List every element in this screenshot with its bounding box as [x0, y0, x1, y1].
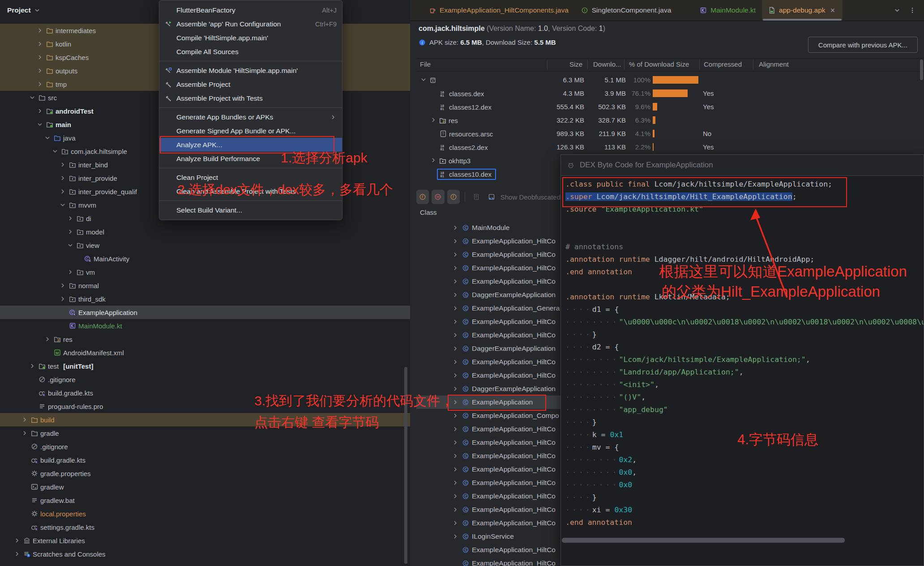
class-item-exampleapplication-hiltco[interactable]: CExampleApplication_HiltCo [416, 503, 560, 516]
show-deobfuscated-label[interactable]: Show Deobfuscated [500, 193, 560, 201]
tab-list-dropdown-icon[interactable] [894, 7, 901, 14]
table-row-item[interactable]: 6.3 MB5.1 MB100% [416, 73, 924, 87]
tree-item-gradle-properties[interactable]: gradle.properties [0, 467, 410, 480]
table-row-classes-dex[interactable]: 1001classes.dex4.3 MB3.9 MB76.1%Yes [416, 87, 924, 100]
dex-popup-hscrollbar[interactable] [562, 538, 845, 543]
chevron-down-icon[interactable] [420, 76, 427, 85]
chevron-right-icon[interactable] [451, 318, 459, 325]
chevron-right-icon[interactable] [451, 426, 459, 433]
tab-singletoncomponent-java[interactable]: ISingletonComponent.java [575, 0, 678, 21]
class-item-exampleapplication-compo[interactable]: CExampleApplication_Compo [416, 409, 560, 422]
class-item-exampleapplication-hiltco[interactable]: CExampleApplication_HiltCo [416, 489, 560, 503]
chevron-right-icon[interactable] [451, 332, 459, 339]
chevron-right-icon[interactable] [13, 537, 21, 544]
class-item-exampleapplication-hiltco[interactable]: CExampleApplication_HiltCo [416, 355, 560, 369]
class-item-mainmodule[interactable]: CMainModule [416, 221, 560, 234]
chevron-down-icon[interactable] [51, 148, 59, 155]
column-header-file[interactable]: File [420, 60, 431, 68]
chevron-right-icon[interactable] [66, 215, 74, 222]
menu-item-flutterbeanfactory[interactable]: FlutterBeanFactoryAlt+J [159, 3, 342, 17]
tree-item-mainactivity[interactable]: CMainActivity [0, 252, 410, 265]
menu-item-compile-hiltsimple-app-main[interactable]: Compile 'HiltSimple.app.main' [159, 31, 342, 45]
tab-mainmodule-kt[interactable]: MainModule.kt [693, 0, 762, 21]
editor-options-menu-icon[interactable] [909, 7, 916, 14]
chevron-right-icon[interactable] [451, 439, 459, 446]
tree-item-res[interactable]: res [0, 332, 410, 346]
menu-item-assemble-project-with-tests[interactable]: Assemble Project with Tests [159, 91, 342, 105]
tree-item-model[interactable]: model [0, 225, 410, 238]
chevron-right-icon[interactable] [451, 345, 459, 352]
class-item-exampleapplication-hiltco[interactable]: CExampleApplication_HiltCo [416, 422, 560, 436]
column-header-of-download-size[interactable]: % of Download Size [629, 60, 689, 68]
chevron-right-icon[interactable] [451, 372, 459, 379]
tree-item-external-libraries[interactable]: External Libraries [0, 534, 410, 547]
tree-item-test[interactable]: test[unitTest] [0, 359, 410, 373]
chevron-right-icon[interactable] [451, 533, 459, 540]
chevron-down-icon[interactable] [34, 7, 41, 14]
chevron-right-icon[interactable] [36, 81, 44, 88]
chevron-right-icon[interactable] [66, 228, 74, 235]
column-header-alignment[interactable]: Alignment [759, 60, 789, 68]
table-row-classes2-dex[interactable]: 1001classes2.dex126.3 KB113 KB2.2%Yes [416, 140, 924, 154]
tree-item-build-gradle-kts[interactable]: build.gradle.kts [0, 453, 410, 467]
class-item-exampleapplication-hiltco[interactable]: CExampleApplication_HiltCo [416, 449, 560, 463]
chevron-right-icon[interactable] [451, 305, 459, 312]
class-item-exampleapplication-genera[interactable]: CExampleApplication_Genera [416, 302, 560, 315]
compare-with-previous-apk-button[interactable]: Compare with previous APK... [808, 37, 918, 53]
chevron-right-icon[interactable] [451, 278, 459, 285]
tree-item-local-properties[interactable]: local.properties [0, 507, 410, 520]
doc-dim-icon[interactable] [473, 193, 480, 200]
tree-item-normal[interactable]: normal [0, 279, 410, 292]
class-item-exampleapplication-hiltco[interactable]: CExampleApplication_HiltCo [416, 275, 560, 288]
chevron-right-icon[interactable] [451, 412, 459, 419]
class-item-exampleapplication-hiltco[interactable]: CExampleApplication_HiltCo [416, 328, 560, 342]
class-item-daggerexampleapplication[interactable]: CDaggerExampleApplication [416, 342, 560, 355]
chevron-right-icon[interactable] [36, 27, 44, 34]
class-item-exampleapplication-hiltco[interactable]: CExampleApplication_HiltCo [416, 234, 560, 248]
chevron-right-icon[interactable] [59, 295, 67, 302]
chevron-right-icon[interactable] [451, 466, 459, 473]
chevron-right-icon[interactable] [28, 362, 36, 370]
menu-item-compile-all-sources[interactable]: Compile All Sources [159, 45, 342, 59]
chevron-right-icon[interactable] [451, 506, 459, 513]
chevron-right-icon[interactable] [66, 268, 74, 276]
menu-item-select-build-variant[interactable]: Select Build Variant... [159, 203, 342, 217]
chevron-right-icon[interactable] [451, 264, 459, 272]
chevron-right-icon[interactable] [59, 174, 67, 182]
chevron-right-icon[interactable] [451, 358, 459, 366]
chevron-down-icon[interactable] [28, 94, 36, 101]
class-item-exampleapplication-hiltco[interactable]: CExampleApplication_HiltCo [416, 516, 560, 530]
tree-item-androidmanifest-xml[interactable]: MAndroidManifest.xml [0, 346, 410, 359]
table-row-res[interactable]: res322.2 KB328.7 KB6.3% [416, 114, 924, 127]
ab-file-icon[interactable]: a.b [488, 193, 495, 200]
chevron-right-icon[interactable] [59, 161, 67, 168]
menu-item-assemble-app-run-configuration[interactable]: Assemble 'app' Run ConfigurationCtrl+F9 [159, 17, 342, 31]
chevron-right-icon[interactable] [430, 116, 437, 125]
chevron-right-icon[interactable] [21, 430, 29, 437]
menu-item-assemble-module-hiltsimple-app-main[interactable]: Assemble Module 'HiltSimple.app.main' [159, 64, 342, 77]
tree-item-vm[interactable]: vm [0, 265, 410, 279]
tree-item-gitignore[interactable]: .gitignore [0, 440, 410, 453]
chevron-right-icon[interactable] [59, 188, 67, 195]
tab-app-debug-apk[interactable]: app-debug.apk [762, 0, 842, 21]
chevron-right-icon[interactable] [451, 519, 459, 527]
chevron-right-icon[interactable] [13, 550, 21, 557]
class-item-exampleapplication-hiltco[interactable]: CExampleApplication_HiltCo [416, 543, 560, 557]
chevron-right-icon[interactable] [59, 282, 67, 289]
chevron-down-icon[interactable] [66, 242, 74, 249]
tree-item-mainmodule-kt[interactable]: MainModule.kt [0, 319, 410, 332]
tree-item-gitignore[interactable]: .gitignore [0, 373, 410, 386]
column-header-compressed[interactable]: Compressed [704, 60, 742, 68]
toggle-field-f-button[interactable]: f [416, 190, 429, 204]
tree-item-gradlew-bat[interactable]: gradlew.bat [0, 494, 410, 507]
chevron-right-icon[interactable] [451, 251, 459, 258]
chevron-down-icon[interactable] [43, 134, 51, 141]
chevron-right-icon[interactable] [451, 479, 459, 486]
menu-item-generate-app-bundles-or-apks[interactable]: Generate App Bundles or APKs [159, 110, 342, 124]
tree-item-scratches-and-consoles[interactable]: Scratches and Consoles [0, 547, 410, 561]
class-item-exampleapplication-hiltco[interactable]: CExampleApplication_HiltCo [416, 315, 560, 328]
chevron-right-icon[interactable] [451, 385, 459, 392]
chevron-down-icon[interactable] [36, 121, 44, 128]
toggle-method-m-button[interactable]: m [432, 190, 444, 204]
class-item-daggerexampleapplication[interactable]: CDaggerExampleApplication [416, 288, 560, 302]
